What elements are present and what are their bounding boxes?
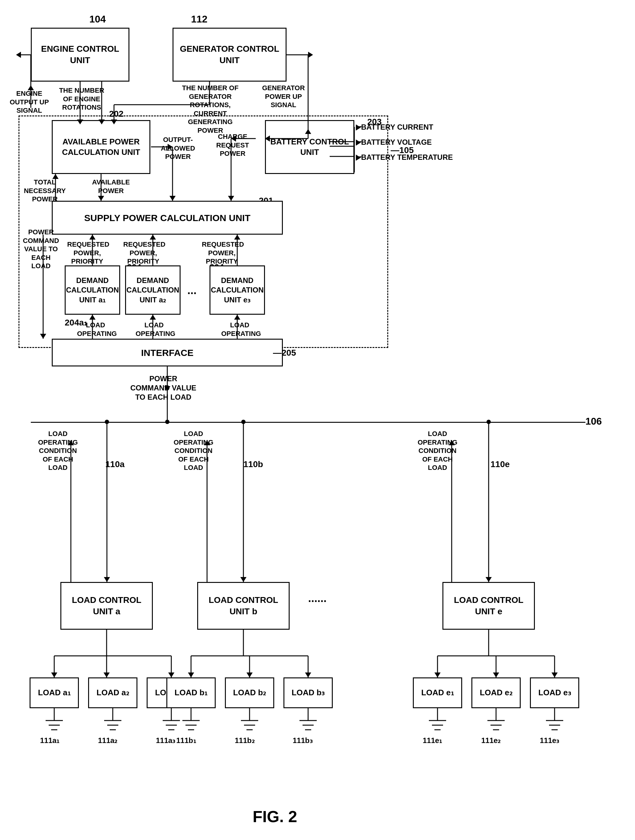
svg-marker-71 [51,673,57,677]
diagram: 104 ENGINE CONTROL UNIT 112 GENERATOR CO… [0,0,635,840]
dots-bottom: ...... [308,591,326,605]
svg-marker-81 [247,673,253,677]
available-power-label: AVAILABLE POWER [91,178,131,195]
ref-105: —105 [391,145,414,155]
load-control-b: LOAD CONTROL UNIT b [197,582,290,630]
load-e3: LOAD e₃ [530,677,579,708]
ref-106: 106 [585,415,602,427]
dots-middle: ... [187,283,196,297]
ref-111a3: 111a₃ [156,736,175,745]
svg-marker-83 [305,673,311,677]
load-e2: LOAD e₂ [471,677,521,708]
load-control-a: LOAD CONTROL UNIT a [60,582,153,630]
num-engine-rotations: THE NUMBER OF ENGINE ROTATIONS [59,86,105,112]
load-e1: LOAD e₁ [413,677,462,708]
svg-marker-59 [240,577,247,582]
ref-111a2: 111a₂ [98,736,117,745]
ref-110b: 110b [244,459,263,470]
load-op-cond-a: LOAD OPERATING CONDITION OF EACH LOAD [33,429,82,472]
svg-marker-87 [434,673,440,677]
svg-marker-13 [308,52,313,58]
ref-111b1: 111b₁ [176,736,196,745]
ref-110e: 110e [491,459,510,470]
ref-112: 112 [191,13,207,25]
svg-marker-75 [168,673,174,677]
ref-111b3: 111b₃ [293,736,313,745]
supply-power-calc: SUPPLY POWER CALCULATION UNIT [52,201,283,235]
fig-label: FIG. 2 [253,807,297,827]
power-command-value-left: POWER COMMAND VALUE TO EACH LOAD [21,228,61,270]
load-b3: LOAD b₃ [283,677,333,708]
demand-calc-e3: DEMAND CALCULATION UNIT e₃ [209,265,265,315]
svg-marker-89 [493,673,499,677]
engine-control-unit: ENGINE CONTROL UNIT [31,28,130,82]
load-a1: LOAD a₁ [30,677,79,708]
demand-calc-a2: DEMAND CALCULATION UNIT a₂ [125,265,181,315]
load-b1: LOAD b₁ [166,677,216,708]
svg-marker-3 [16,52,21,58]
generator-control-unit: GENERATOR CONTROL UNIT [173,28,287,82]
load-b2: LOAD b₂ [225,677,274,708]
power-command-to-each-load: POWER COMMAND VALUE TO EACH LOAD [130,374,197,402]
load-a2: LOAD a₂ [88,677,138,708]
ref-205: —205 [273,347,296,358]
svg-marker-91 [551,673,557,677]
generator-power-up-signal: GENERATOR POWER UP SIGNAL [253,84,314,109]
engine-output-up-signal: ENGINE OUTPUT UP SIGNAL [9,89,49,115]
interface-box: INTERFACE [52,339,283,366]
ref-110a: 110a [105,459,125,470]
total-necessary-power: TOTAL NECESSARY POWER [21,178,69,204]
svg-marker-73 [103,673,110,677]
ref-111b2: 111b₂ [235,736,255,745]
ref-111e2: 111e₂ [481,736,501,745]
ref-104: 104 [89,13,106,25]
ref-111a1: 111a₁ [40,736,59,745]
load-op-cond-e: LOAD OPERATING CONDITION OF EACH LOAD [413,429,462,472]
main-bus-line [31,422,585,423]
demand-calc-a1: DEMAND CALCULATION UNIT a₁ [65,265,120,315]
ref-111e1: 111e₁ [423,736,442,745]
ref-111e3: 111e₃ [540,736,559,745]
load-control-e: LOAD CONTROL UNIT e [442,582,535,630]
requested-power-1: REQUESTED POWER, PRIORITY [67,240,107,266]
load-op-cond-b: LOAD OPERATING CONDITION OF EACH LOAD [169,429,218,472]
svg-marker-54 [104,577,110,582]
svg-marker-64 [486,577,492,582]
svg-marker-79 [188,673,194,677]
